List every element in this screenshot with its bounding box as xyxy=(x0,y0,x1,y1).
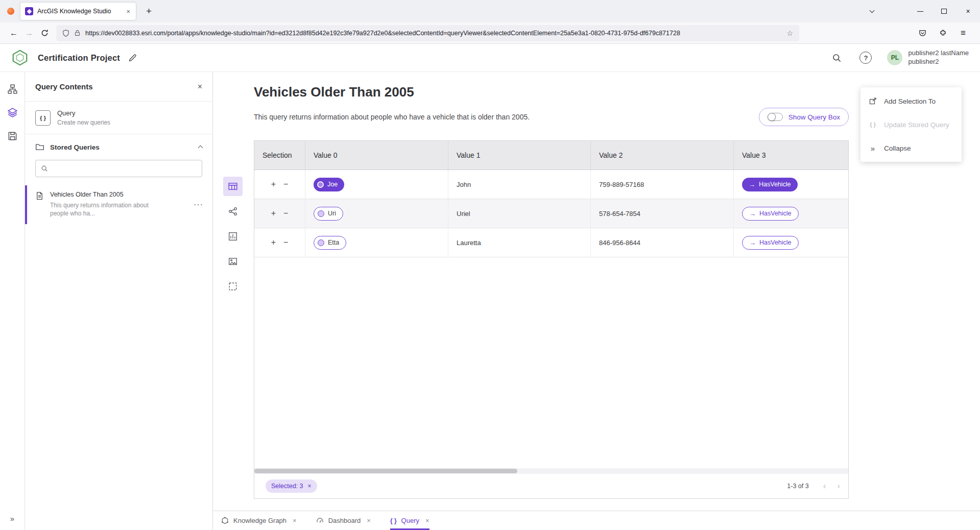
entity-pill[interactable]: Etta xyxy=(314,236,346,250)
table-view-icon[interactable] xyxy=(223,177,243,196)
header-right: ? PL publisher2 lastName publisher2 xyxy=(829,49,969,66)
user-menu[interactable]: PL publisher2 lastName publisher2 xyxy=(887,49,969,66)
selection-cell: + − xyxy=(254,170,305,199)
close-window-button[interactable]: × xyxy=(956,0,980,22)
page-subtitle: This query returns information about peo… xyxy=(254,113,530,121)
shield-icon[interactable] xyxy=(62,30,69,37)
value3-cell: → HasVehicle xyxy=(734,228,848,257)
user-names: publisher2 lastName publisher2 xyxy=(908,49,969,66)
tab-knowledge-graph[interactable]: Knowledge Graph × xyxy=(221,511,297,530)
search-input[interactable] xyxy=(53,165,197,173)
new-tab-button[interactable]: + xyxy=(143,6,155,17)
tab-label: Query xyxy=(401,517,419,524)
value0-cell: Etta xyxy=(305,228,448,257)
update-stored-query-icon: { } xyxy=(868,122,877,128)
link-analysis-icon[interactable] xyxy=(223,202,243,221)
remove-from-selection-button[interactable]: − xyxy=(283,209,288,218)
remove-from-selection-button[interactable]: − xyxy=(283,180,288,189)
results-table: Selection Value 0 Value 1 Value 2 Value … xyxy=(254,140,849,499)
show-query-box-toggle[interactable]: Show Query Box xyxy=(759,108,849,126)
value3-cell: → HasVehicle xyxy=(734,199,848,228)
table-row: + − Uri Uriel 578-654-7854 xyxy=(254,199,848,228)
new-query-item[interactable]: { } Query Create new queries xyxy=(25,102,212,134)
tab-query[interactable]: { } Query × xyxy=(390,511,429,530)
project-title: Certification Project xyxy=(38,53,120,63)
page-info: 1-3 of 3 xyxy=(787,483,808,490)
horizontal-scrollbar[interactable] xyxy=(254,468,848,474)
remove-from-selection-button[interactable]: − xyxy=(283,238,288,247)
browser-tab[interactable]: ArcGIS Knowledge Studio × xyxy=(20,3,136,20)
pocket-icon[interactable] xyxy=(915,26,930,41)
knowledge-graph-icon xyxy=(221,517,229,524)
query-braces-icon: { } xyxy=(390,517,397,524)
menu-item-add-selection-to[interactable]: Add Selection To xyxy=(861,89,962,113)
table-empty-area xyxy=(254,257,848,468)
selection-cell: + − xyxy=(254,228,305,257)
relationship-pill[interactable]: → HasVehicle xyxy=(742,207,799,221)
close-tab-icon[interactable]: × xyxy=(425,517,429,524)
maximize-button[interactable] xyxy=(932,0,956,22)
stored-query-description: This query returns information about peo… xyxy=(50,201,155,218)
menu-item-label: Add Selection To xyxy=(884,98,936,105)
stored-query-item[interactable]: Vehicles Older Than 2005 This query retu… xyxy=(25,185,212,224)
tab-close-icon[interactable]: × xyxy=(125,8,131,15)
forward-button[interactable]: → xyxy=(21,26,37,41)
table-row: + − Etta Lauretta 846-956-8644 xyxy=(254,228,848,257)
close-tab-icon[interactable]: × xyxy=(293,517,297,524)
relationship-pill[interactable]: → HasVehicle xyxy=(742,178,798,191)
edit-title-icon[interactable] xyxy=(128,54,137,62)
panel-header: Query Contents × xyxy=(25,72,212,102)
tab-dashboard[interactable]: Dashboard × xyxy=(316,511,371,530)
help-icon[interactable]: ? xyxy=(859,52,872,64)
chart-view-icon[interactable] xyxy=(223,227,243,246)
expand-rail-icon[interactable]: » xyxy=(10,514,14,523)
collapse-section-icon[interactable] xyxy=(199,142,202,152)
menu-item-label: Collapse xyxy=(884,144,911,152)
next-page-icon[interactable]: › xyxy=(837,481,840,491)
previous-page-icon[interactable]: ‹ xyxy=(823,481,826,491)
search-box[interactable] xyxy=(35,160,202,177)
search-icon[interactable] xyxy=(829,50,844,65)
back-button[interactable]: ← xyxy=(6,26,21,41)
item-options-icon[interactable]: ··· xyxy=(194,200,203,209)
value2-cell: 578-654-7854 xyxy=(591,199,734,228)
app-body: » Query Contents × { } Query Create new … xyxy=(0,72,980,530)
browser-profile-icon[interactable] xyxy=(7,8,14,15)
selection-view-icon[interactable] xyxy=(223,277,243,296)
list-tabs-icon[interactable] xyxy=(863,3,880,20)
column-header-value3: Value 3 xyxy=(734,141,848,170)
close-tab-icon[interactable]: × xyxy=(367,517,371,524)
avatar[interactable]: PL xyxy=(887,50,902,65)
menu-icon[interactable]: ≡ xyxy=(955,26,971,41)
add-to-selection-button[interactable]: + xyxy=(271,180,276,189)
stored-queries-header[interactable]: Stored Queries xyxy=(25,134,212,156)
page-title: Vehicles Older Than 2005 xyxy=(254,84,414,100)
selection-context-menu: Add Selection To { } Update Stored Query… xyxy=(861,87,962,162)
toggle-switch[interactable] xyxy=(768,113,783,121)
menu-item-collapse[interactable]: » Collapse xyxy=(861,136,962,160)
entity-pill[interactable]: Uri xyxy=(314,207,343,221)
url-text: https://dev0028833.esri.com/portal/apps/… xyxy=(85,30,782,37)
add-to-selection-button[interactable]: + xyxy=(271,209,276,218)
entity-pill[interactable]: Joe xyxy=(314,178,344,191)
reload-button[interactable] xyxy=(37,26,52,41)
extensions-icon[interactable] xyxy=(935,26,950,41)
collapse-icon: » xyxy=(868,144,877,153)
data-model-icon[interactable] xyxy=(7,83,18,94)
minimize-button[interactable] xyxy=(908,0,932,22)
layers-icon[interactable] xyxy=(7,107,18,118)
panel-close-icon[interactable]: × xyxy=(198,82,202,91)
selected-count-chip[interactable]: Selected: 3 × xyxy=(266,479,317,493)
url-bar[interactable]: https://dev0028833.esri.com/portal/apps/… xyxy=(56,25,799,41)
left-icon-rail: » xyxy=(0,72,25,530)
scrollbar-thumb[interactable] xyxy=(254,469,517,473)
map-view-icon[interactable] xyxy=(223,252,243,271)
stored-queries-title: Stored Queries xyxy=(50,143,100,151)
clear-selection-icon[interactable]: × xyxy=(308,483,312,490)
add-to-selection-button[interactable]: + xyxy=(271,238,276,247)
browser-navbar: ← → https://dev0028833.esri.com/portal/a… xyxy=(0,22,980,44)
relationship-pill[interactable]: → HasVehicle xyxy=(742,236,799,250)
bookmark-star-icon[interactable]: ☆ xyxy=(786,29,793,37)
lock-icon[interactable] xyxy=(74,30,81,36)
save-icon[interactable] xyxy=(7,130,18,141)
